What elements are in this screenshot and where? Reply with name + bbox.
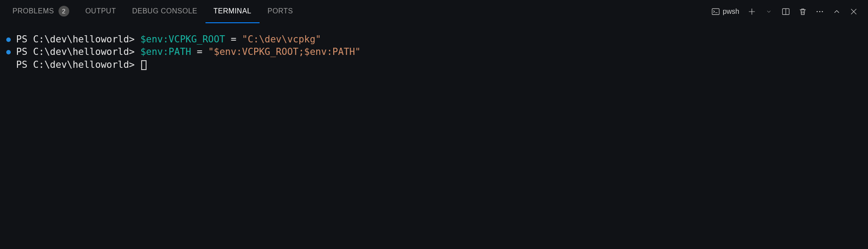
tab-problems[interactable]: PROBLEMS2 — [4, 0, 77, 23]
integrated-panel: PROBLEMS2OUTPUTDEBUG CONSOLETERMINALPORT… — [0, 0, 868, 249]
shell-label: pwsh — [723, 8, 739, 16]
plus-icon — [747, 7, 756, 16]
split-terminal-button[interactable] — [780, 5, 792, 18]
tab-label: OUTPUT — [85, 7, 116, 15]
new-terminal-dropdown[interactable] — [763, 5, 775, 18]
more-actions-button[interactable] — [813, 5, 826, 18]
tab-badge: 2 — [59, 6, 69, 17]
status-dot-icon — [6, 37, 11, 42]
cmd-segment: "C:\dev\vcpkg" — [242, 34, 321, 45]
shell-selector[interactable]: pwsh — [711, 5, 741, 18]
cmd-segment: = — [231, 34, 242, 45]
svg-point-4 — [822, 11, 823, 12]
terminal-line: PS C:\dev\helloworld> $env:PATH = "$env:… — [6, 46, 864, 58]
close-icon — [849, 7, 858, 16]
svg-rect-0 — [712, 8, 719, 14]
cmd-segment: $env:VCPKG_ROOT — [140, 34, 231, 45]
terminal-cursor — [141, 60, 147, 70]
tab-ports[interactable]: PORTS — [260, 0, 301, 23]
line-status-bullet — [6, 46, 16, 58]
prompt-text: PS C:\dev\helloworld> — [16, 34, 140, 45]
panel-tabbar: PROBLEMS2OUTPUTDEBUG CONSOLETERMINALPORT… — [0, 0, 868, 23]
close-panel-button[interactable] — [847, 5, 860, 18]
tab-label: PORTS — [268, 7, 293, 15]
cmd-segment: "$env:VCPKG_ROOT;$env:PATH" — [208, 46, 361, 57]
terminal-output[interactable]: PS C:\dev\helloworld> $env:VCPKG_ROOT = … — [0, 23, 868, 249]
chevron-down-icon — [766, 8, 772, 15]
ellipsis-icon — [815, 7, 824, 16]
terminal-line: PS C:\dev\helloworld> $env:VCPKG_ROOT = … — [6, 33, 864, 46]
panel-actions: pwsh — [711, 5, 860, 18]
line-content: PS C:\dev\helloworld> $env:PATH = "$env:… — [16, 46, 361, 58]
trash-icon — [798, 7, 807, 16]
terminal-line: PS C:\dev\helloworld> — [6, 58, 864, 71]
cmd-segment: = — [197, 46, 208, 57]
status-dot-icon — [6, 50, 11, 54]
line-content: PS C:\dev\helloworld> — [16, 58, 147, 71]
new-terminal-button[interactable] — [746, 5, 758, 18]
tab-label: DEBUG CONSOLE — [132, 7, 197, 15]
prompt-text: PS C:\dev\helloworld> — [16, 59, 140, 70]
tab-label: TERMINAL — [214, 7, 252, 15]
tab-terminal[interactable]: TERMINAL — [205, 0, 260, 23]
tab-output[interactable]: OUTPUT — [77, 0, 124, 23]
split-icon — [781, 7, 790, 16]
chevron-up-icon — [832, 7, 841, 16]
terminal-icon — [711, 7, 720, 16]
tab-label: PROBLEMS — [13, 7, 54, 15]
tab-debug-console[interactable]: DEBUG CONSOLE — [124, 0, 205, 23]
line-content: PS C:\dev\helloworld> $env:VCPKG_ROOT = … — [16, 33, 321, 46]
maximize-panel-button[interactable] — [830, 5, 843, 18]
cmd-segment: $env:PATH — [140, 46, 197, 57]
svg-point-2 — [817, 11, 818, 12]
line-status-bullet — [6, 33, 16, 46]
prompt-text: PS C:\dev\helloworld> — [16, 46, 140, 57]
kill-terminal-button[interactable] — [797, 5, 809, 18]
panel-tabs: PROBLEMS2OUTPUTDEBUG CONSOLETERMINALPORT… — [4, 0, 711, 23]
svg-point-3 — [819, 11, 821, 12]
